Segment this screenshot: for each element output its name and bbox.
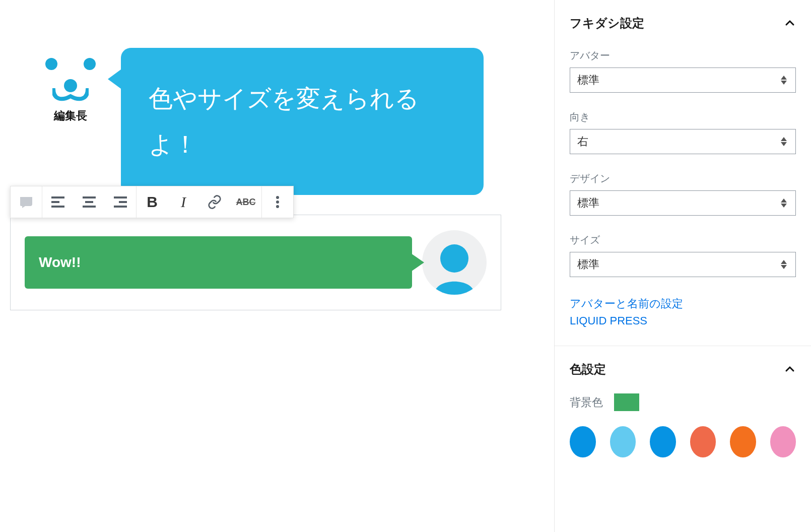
align-left-button[interactable] (42, 186, 74, 218)
link-avatar-settings[interactable]: アバターと名前の設定 (570, 296, 796, 311)
panel-fukidashi: フキダシ設定 アバター 標準 向き 右 デザイン 標準 サイズ (555, 0, 811, 346)
dog-avatar-icon (43, 58, 98, 103)
svg-rect-8 (114, 206, 127, 208)
strikethrough-button[interactable]: ABC (230, 186, 261, 218)
color-swatch-4[interactable] (730, 426, 756, 457)
svg-rect-7 (119, 201, 127, 203)
select-size[interactable]: 標準 (570, 252, 796, 277)
panel-colors: 色設定 背景色 (555, 346, 811, 476)
svg-rect-0 (51, 196, 64, 198)
panel-header-colors[interactable]: 色設定 (570, 361, 796, 377)
align-right-button[interactable] (105, 186, 136, 218)
editor-area: 編集長 色やサイズを変えられるよ！ B I (0, 0, 554, 532)
speech-bubble-green[interactable]: Wow!! (25, 236, 412, 289)
avatar-icon (422, 230, 487, 295)
select-value: 標準 (577, 73, 779, 88)
avatar-column: 編集長 (38, 58, 103, 123)
field-design: デザイン 標準 (570, 172, 796, 216)
link-liquid-press[interactable]: LIQUID PRESS (570, 314, 796, 327)
color-swatch-2[interactable] (650, 426, 676, 457)
label-direction: 向き (570, 110, 796, 124)
select-value: 右 (577, 134, 779, 149)
settings-sidebar: フキダシ設定 アバター 標準 向き 右 デザイン 標準 サイズ (554, 0, 811, 532)
align-center-button[interactable] (74, 186, 105, 218)
select-arrows-icon (779, 198, 788, 208)
panel-header-fukidashi[interactable]: フキダシ設定 (570, 15, 796, 31)
avatar-name: 編集長 (54, 108, 87, 123)
link-button[interactable] (199, 186, 230, 218)
select-arrows-icon (779, 76, 788, 85)
color-swatch-0[interactable] (570, 426, 596, 457)
field-size: サイズ 標準 (570, 233, 796, 277)
speech-bubble-block-selected[interactable]: Wow!! (10, 215, 501, 310)
svg-point-10 (276, 201, 279, 204)
chevron-up-icon (784, 17, 796, 29)
select-avatar[interactable]: 標準 (570, 68, 796, 93)
more-options-button[interactable] (262, 186, 293, 218)
bubble-text: Wow!! (39, 254, 81, 270)
color-swatch-1[interactable] (610, 426, 636, 457)
bubble-tail-right-icon (411, 253, 424, 272)
svg-point-9 (276, 196, 279, 199)
bubble-tail-left-icon (108, 68, 123, 90)
color-swatch-5[interactable] (770, 426, 796, 457)
background-color-row: 背景色 (570, 393, 796, 411)
select-design[interactable]: 標準 (570, 190, 796, 216)
select-direction[interactable]: 右 (570, 129, 796, 154)
block-type-button[interactable] (11, 186, 42, 218)
field-avatar: アバター 標準 (570, 49, 796, 93)
select-arrows-icon (779, 137, 788, 146)
label-bgcolor: 背景色 (570, 395, 603, 410)
field-direction: 向き 右 (570, 110, 796, 154)
italic-button[interactable]: I (168, 186, 199, 218)
color-palette (570, 426, 796, 457)
svg-rect-6 (114, 196, 127, 198)
label-avatar: アバター (570, 49, 796, 62)
svg-rect-1 (51, 201, 59, 203)
select-value: 標準 (577, 257, 779, 272)
svg-rect-5 (83, 206, 96, 208)
bubble-text: 色やサイズを変えられるよ！ (149, 85, 419, 158)
label-design: デザイン (570, 172, 796, 185)
svg-rect-2 (51, 206, 64, 208)
chevron-up-icon (784, 363, 796, 375)
color-swatch-3[interactable] (690, 426, 716, 457)
select-value: 標準 (577, 195, 779, 211)
bgcolor-swatch[interactable] (614, 393, 639, 411)
speech-bubble-top[interactable]: 色やサイズを変えられるよ！ (121, 48, 484, 195)
panel-title: フキダシ設定 (570, 15, 644, 31)
svg-point-12 (440, 244, 468, 273)
select-arrows-icon (779, 260, 788, 269)
svg-rect-3 (83, 196, 96, 198)
bold-button[interactable]: B (137, 186, 168, 218)
speech-bubble-block-top: 編集長 色やサイズを変えられるよ！ (38, 48, 534, 195)
svg-rect-4 (85, 201, 93, 203)
panel-title: 色設定 (570, 361, 606, 377)
label-size: サイズ (570, 233, 796, 247)
svg-point-11 (276, 205, 279, 208)
block-toolbar: B I ABC (10, 186, 294, 218)
